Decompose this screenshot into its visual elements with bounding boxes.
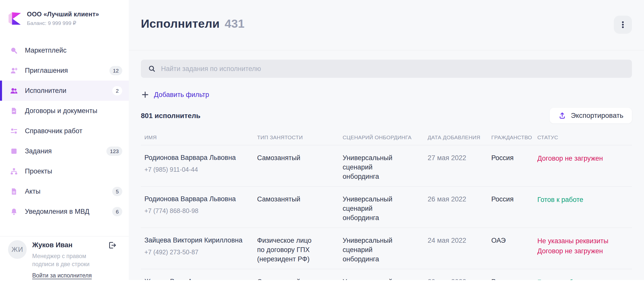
bell-icon: [10, 207, 18, 216]
sidebar: ООО «Лучший клиент» Баланс: 9 999 999 ₽ …: [0, 0, 129, 282]
col-header-date-added: ДАТА ДОБАВЛЕНИЯ: [428, 134, 491, 140]
company-balance: Баланс: 9 999 999 ₽: [27, 20, 99, 26]
executor-name: Родионова Варвара Львовна: [144, 153, 257, 162]
sidebar-item-label: Договоры и документы: [25, 107, 97, 115]
sidebar-item-invitations[interactable]: Приглашения 12: [0, 60, 129, 81]
col-header-onboarding-scenario: СЦЕНАРИЙ ОНБОРДИНГА: [343, 134, 428, 140]
logout-icon[interactable]: [108, 241, 117, 250]
date-added: 24 мая 2022: [428, 236, 491, 264]
company-header: ООО «Лучший клиент» Баланс: 9 999 999 ₽: [8, 11, 99, 26]
sidebar-item-label: Уведомления в МВД: [25, 208, 89, 216]
magnifier-icon: [10, 46, 18, 55]
app-window: ООО «Лучший клиент» Баланс: 9 999 999 ₽ …: [0, 0, 644, 282]
acts-badge: 5: [112, 187, 122, 196]
tasks-badge: 123: [106, 147, 122, 156]
sidebar-divider: [0, 236, 129, 236]
users-icon: [10, 86, 18, 95]
page-title-text: Исполнители: [141, 17, 220, 30]
status-cell: Не указаны реквизиты Договор не загружен: [537, 236, 632, 264]
sidebar-item-label: Маркетплейс: [25, 47, 66, 54]
executor-name: Зайцева Виктория Кирилловна: [144, 236, 257, 244]
sidebar-item-label: Приглашения: [25, 67, 68, 75]
citizenship: Россия: [491, 153, 537, 181]
table-row[interactable]: Зайцева Виктория Кирилловна +7 (492) 273…: [141, 228, 632, 269]
col-header-status: СТАТУС: [537, 134, 632, 140]
brand-logo-icon: [8, 11, 21, 26]
search-bar: [141, 60, 632, 78]
user-plus-icon: [10, 66, 18, 75]
more-options-button[interactable]: [614, 16, 632, 34]
executor-phone: +7 (492) 273-50-87: [144, 248, 257, 257]
status-line: Договор не загружен: [537, 153, 632, 163]
user-role: Менеджер с правом подписи в две строки: [32, 252, 105, 268]
file-lines-icon: [10, 187, 18, 196]
status-line: Договор не загружен: [537, 246, 632, 256]
onboarding-scenario: Универсальный сценарий онбординга: [343, 153, 409, 181]
sliders-icon: [10, 127, 18, 135]
sidebar-item-contracts[interactable]: Договоры и документы: [0, 101, 129, 121]
sidebar-item-tasks[interactable]: Задания 123: [0, 141, 129, 161]
login-as-executor-link[interactable]: Войти за исполнителя: [32, 272, 92, 279]
sidebar-item-label: Проекты: [25, 167, 52, 175]
sidebar-item-work-directory[interactable]: Справочник работ: [0, 121, 129, 141]
executor-phone: +7 (774) 868-80-98: [144, 206, 257, 216]
square-icon: [10, 147, 18, 155]
sidebar-item-label: Исполнители: [25, 87, 66, 95]
sidebar-item-label: Задания: [25, 147, 52, 155]
employment-type: Физическое лицо по договору ГПХ (нерезид…: [257, 236, 317, 264]
table-header-row: ИМЯ ТИП ЗАНЯТОСТИ СЦЕНАРИЙ ОНБОРДИНГА ДА…: [141, 133, 632, 145]
export-button[interactable]: Экспортировать: [550, 108, 632, 123]
sitemap-icon: [10, 167, 18, 175]
citizenship: ОАЭ: [491, 236, 537, 264]
table-row[interactable]: Родионова Варвара Львовна +7 (774) 868-8…: [141, 187, 632, 228]
table-row[interactable]: Родионова Варвара Львовна +7 (985) 911-0…: [141, 145, 632, 187]
sidebar-item-projects[interactable]: Проекты: [0, 161, 129, 181]
mvd-badge: 6: [112, 207, 122, 216]
results-row: 801 исполнитель Экспортировать: [141, 108, 632, 124]
status-cell: Договор не загружен: [537, 153, 632, 181]
onboarding-scenario: Универсальный сценарий онбординга: [343, 195, 409, 223]
sidebar-item-label: Справочник работ: [25, 127, 82, 135]
executor-phone: +7 (985) 911-04-44: [144, 165, 257, 174]
status-line: Не указаны реквизиты: [537, 236, 632, 246]
sidebar-nav: Маркетплейс Приглашения 12 Исполнители 2: [0, 40, 129, 222]
add-filter-label: Добавить фильтр: [154, 91, 209, 99]
page-title: Исполнители431: [141, 17, 245, 30]
executors-table: ИМЯ ТИП ЗАНЯТОСТИ СЦЕНАРИЙ ОНБОРДИНГА ДА…: [141, 133, 632, 282]
header-divider: [129, 50, 644, 50]
sidebar-item-label: Акты: [25, 188, 41, 195]
col-header-name: ИМЯ: [144, 134, 257, 140]
col-header-employment-type: ТИП ЗАНЯТОСТИ: [257, 134, 343, 140]
employment-type: Самозанятый: [257, 195, 317, 223]
sidebar-item-acts[interactable]: Акты 5: [0, 181, 129, 201]
search-input[interactable]: [161, 65, 625, 73]
citizenship: Россия: [491, 195, 537, 223]
user-avatar: ЖИ: [8, 240, 27, 259]
upload-icon: [558, 112, 566, 120]
main-content: Исполнители431 Добавить фильтр 801 испол…: [129, 0, 644, 282]
sidebar-item-marketplace[interactable]: Маркетплейс: [0, 40, 129, 60]
kebab-icon: [619, 20, 627, 29]
export-label: Экспортировать: [571, 112, 623, 120]
col-header-citizenship: ГРАЖДАНСТВО: [491, 134, 537, 140]
page-title-count: 431: [225, 17, 245, 30]
search-icon: [148, 65, 156, 73]
onboarding-scenario: Универсальный сценарий онбординга: [343, 236, 409, 264]
employment-type: Самозанятый: [257, 153, 317, 181]
invitations-badge: 12: [109, 66, 122, 75]
plus-icon: [141, 90, 149, 99]
sidebar-item-executors[interactable]: Исполнители 2: [0, 81, 129, 101]
user-block: ЖИ Жуков Иван Менеджер с правом подписи …: [8, 240, 123, 279]
bottom-edge-strip: [0, 280, 644, 282]
results-count: 801 исполнитель: [141, 112, 200, 120]
date-added: 26 мая 2022: [428, 195, 491, 223]
date-added: 27 мая 2022: [428, 153, 491, 181]
sidebar-item-mvd-notifications[interactable]: Уведомления в МВД 6: [0, 201, 129, 222]
executors-badge: 2: [112, 86, 122, 95]
document-icon: [10, 107, 18, 115]
status-cell: Готов к работе: [537, 195, 632, 223]
status-line: Готов к работе: [537, 195, 632, 205]
company-name: ООО «Лучший клиент»: [27, 11, 99, 18]
executor-name: Родионова Варвара Львовна: [144, 195, 257, 203]
add-filter-button[interactable]: Добавить фильтр: [141, 88, 209, 101]
